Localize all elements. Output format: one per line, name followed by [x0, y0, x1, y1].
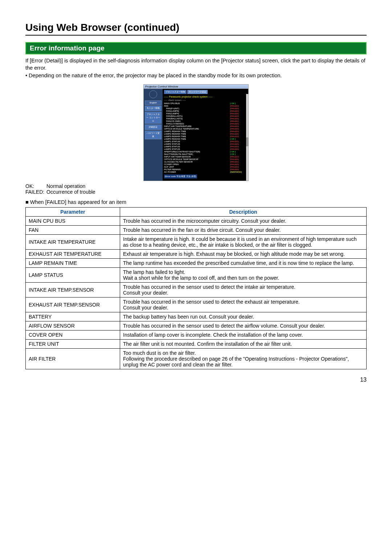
status-row: FAN(OS DMD)[FAILED] [164, 120, 247, 122]
window-titlebar: Projector Control Window [144, 85, 248, 89]
status-label: AC POWER [164, 171, 230, 173]
status-row: AC POWER[WARNING] [164, 171, 247, 173]
status-label: LAMP2 REMAIN TIME [164, 133, 230, 135]
table-row: EXHAUST AIR TEMP.SENSORTrouble has occur… [26, 297, 367, 312]
desc-cell: The lamp runtime has exceeded the prescr… [120, 259, 367, 268]
status-row: LAMP1 STATUS[FAILED] [164, 140, 247, 143]
table-row: INTAKE AIR TEMP.SENSORTrouble has occurr… [26, 283, 367, 297]
status-label: FAN(OS DMD) [164, 120, 230, 122]
param-cell: FAN [26, 226, 120, 235]
legend: OK:Normal operation FAILED:Occurrence of… [25, 183, 367, 195]
status-value: [FAILED] [230, 128, 247, 130]
check-system-label: ----- check system ----- [164, 99, 247, 101]
status-value: [FAILED] [230, 143, 247, 145]
status-value: [WARNING] [230, 171, 247, 173]
status-value: [FAILED] [230, 107, 247, 110]
status-label: COVER OPEN [164, 163, 230, 165]
table-row: MAIN CPU BUSTrouble has occurred in the … [26, 217, 367, 226]
scrollbar[interactable] [246, 94, 248, 181]
status-row: FAN(LAMP4)[FAILED] [164, 112, 247, 115]
status-row: COVER OPEN[FAILED] [164, 163, 247, 165]
table-row: COVER OPENInstallation of lamp cover is … [26, 331, 367, 340]
desc-cell: The lamp has failed to light. Wait a sho… [120, 268, 367, 283]
status-label: LAMP2 STATUS [164, 143, 230, 145]
desc-cell: Trouble has occurred in the sensor used … [120, 297, 367, 312]
status-value: [FAILED] [230, 123, 247, 125]
table-row: AIR FILTERToo much dust is on the air fi… [26, 349, 367, 369]
status-row: FAN[FAILED] [164, 104, 247, 107]
status-value: [ OK ] [230, 153, 247, 155]
tab-network[interactable]: ネットワーク設定 [187, 90, 208, 94]
status-value: [FAILED] [230, 163, 247, 165]
status-value: [FAILED] [230, 120, 247, 122]
status-value: [FAILED] [230, 105, 247, 107]
status-value: [FAILED] [230, 145, 247, 148]
status-row: LAMP2 REMAIN TIME[FAILED] [164, 132, 247, 135]
status-row: INPUT AIR TEMP.SENSOR[FAILED] [164, 155, 247, 158]
status-value: [FAILED] [230, 133, 247, 135]
status-label: FAN(BALLAST2) [164, 118, 230, 120]
side-password[interactable]: パスワード変更 [145, 131, 162, 139]
th-parameter: Parameter [26, 208, 120, 217]
status-row: LAMP3 REMAIN TIME[FAILED] [164, 135, 247, 138]
status-value: [FAILED] [230, 125, 247, 127]
status-value: [ OK ] [230, 138, 247, 140]
logo-icon [144, 89, 163, 100]
status-row: INPUT AIR TEMPERATURE[FAILED] [164, 125, 247, 127]
page-title: Using Web Browser (continued) [25, 22, 367, 33]
status-value: [FAILED] [230, 148, 247, 150]
status-label: FILTER REMAIN [164, 168, 230, 171]
side-english[interactable]: English [145, 100, 162, 105]
status-row: APERTURE(CONTRAST-SHUTTER)[ OK ] [164, 150, 247, 153]
status-panel: プロジェクター制御 ネットワーク設定 ----- Panasonic proje… [163, 89, 248, 181]
status-label: INPUT AIR TEMPERATURE [164, 125, 230, 127]
subhead-failed: When [FAILED] has appeared for an item [25, 199, 367, 205]
desc-cell: Installation of lamp cover is incomplete… [120, 331, 367, 340]
status-label: FAN(P-UNIT) [164, 107, 230, 110]
status-label: FAN(LAMP3) [164, 110, 230, 112]
table-row: EXHAUST AIR TEMPERATUREExhaust air tempe… [26, 250, 367, 259]
status-value: [FAILED] [230, 118, 247, 120]
side-monitor[interactable]: モニター情報 [145, 106, 162, 111]
status-value: [FAILED] [230, 115, 247, 117]
status-label: FAN(BALLAST1) [164, 115, 230, 117]
param-cell: MAIN CPU BUS [26, 217, 120, 226]
side-control[interactable]: プロジェクター コントロール [145, 112, 162, 124]
desc-cell: Trouble has occurred in the fan or its d… [120, 226, 367, 235]
status-row: FAN(LAMP3)[FAILED] [164, 110, 247, 112]
table-row: FANTrouble has occurred in the fan or it… [26, 226, 367, 235]
status-label: ACF UNIT [164, 166, 230, 168]
failed-table: Parameter Description MAIN CPU BUSTroubl… [25, 207, 367, 369]
status-row: LAMP4 REMAIN TIME[ OK ] [164, 138, 247, 140]
table-row: INTAKE AIR TEMPERATUREIntake air tempera… [26, 235, 367, 250]
status-label: OPTICS MODULE TEMP.SENSOR [164, 158, 230, 160]
status-value: [FAILED] [230, 130, 247, 132]
status-value: [FAILED] [230, 112, 247, 115]
legend-failed-key: FAILED: [25, 189, 46, 195]
status-label: CLOGGED FILTER SENSOR [164, 161, 230, 163]
status-value: [FAILED] [230, 135, 247, 138]
side-detail[interactable]: 詳細設定 [145, 124, 162, 130]
tab-projector[interactable]: プロジェクター制御 [164, 90, 187, 94]
desc-cell: Trouble has occurred in the sensor used … [120, 321, 367, 331]
param-cell: BATTERY [26, 312, 120, 321]
legend-ok-val: Normal operation [46, 183, 85, 189]
status-value: [ OK ] [230, 151, 247, 153]
param-cell: AIR FILTER [26, 349, 120, 369]
desc-cell: Intake air temperature is high. It could… [120, 235, 367, 250]
note-bullet: Depending on the nature of the error, th… [25, 73, 367, 78]
table-row: FILTER UNITThe air filter unit is not mo… [26, 340, 367, 349]
title-underline [25, 35, 367, 36]
legend-failed-val: Occurrence of trouble [46, 189, 95, 195]
desc-cell: Exhaust air temperature is high. Exhaust… [120, 250, 367, 259]
status-label: LAMP4 REMAIN TIME [164, 138, 230, 140]
pcs-header: ----- Panasonic projector check system -… [164, 95, 247, 98]
desc-cell: The air filter unit is not mounted. Conf… [120, 340, 367, 349]
param-cell: INTAKE AIR TEMPERATURE [26, 235, 120, 250]
desc-cell: Trouble has occurred in the microcompute… [120, 217, 367, 226]
param-cell: LAMP REMAIN TIME [26, 259, 120, 268]
status-label: OPTICS MODULE TEMPERATURE [164, 128, 230, 130]
param-cell: EXHAUST AIR TEMPERATURE [26, 250, 120, 259]
status-row: FAN(LOOSENED)[FAILED] [164, 122, 247, 125]
scroll-thumb[interactable] [246, 138, 248, 146]
